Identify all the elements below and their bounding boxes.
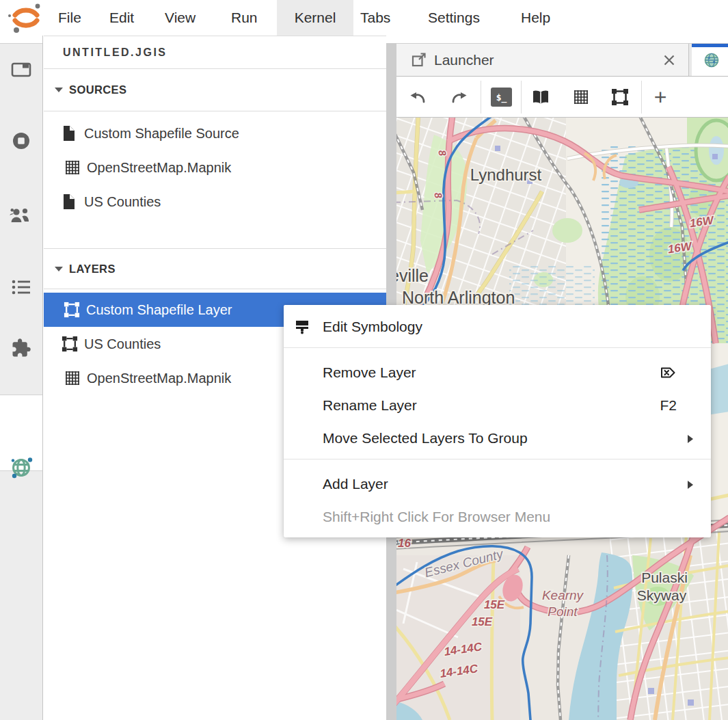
panel-title: UNTITLED.JGIS — [44, 36, 386, 69]
activity-bar-bottom-group — [0, 470, 42, 720]
plus-icon: + — [654, 77, 667, 118]
menu-help[interactable]: Help — [521, 0, 550, 36]
vector-square-icon — [64, 302, 80, 318]
undo-button[interactable] — [409, 77, 427, 118]
caret-down-icon — [55, 88, 63, 92]
grid-icon — [573, 89, 589, 105]
launcher-icon — [411, 52, 427, 68]
tab-jgis-document[interactable] — [692, 44, 728, 76]
menu-separator — [284, 347, 711, 348]
menu-kernel[interactable]: Kernel — [277, 0, 353, 36]
stop-circle-icon — [12, 131, 31, 150]
active-tab-accent — [692, 44, 728, 47]
map-label-belleville: eville — [396, 266, 429, 285]
shortcut-label: F2 — [660, 389, 677, 422]
caret-down-icon — [55, 267, 63, 271]
identify-button[interactable] — [531, 77, 550, 118]
submenu-arrow-icon — [688, 481, 693, 489]
menu-file[interactable]: File — [58, 0, 81, 36]
raster-grid-icon — [64, 159, 81, 176]
road-shield: 15E — [472, 615, 493, 628]
temporal-controller-button[interactable] — [573, 77, 589, 118]
source-item-custom-shapefile[interactable]: Custom Shapefile Source — [44, 116, 386, 150]
close-icon[interactable] — [661, 52, 677, 68]
toolbar-separator — [521, 81, 522, 114]
undo-icon — [409, 90, 427, 105]
globe-image-icon — [704, 53, 719, 68]
context-menu-item-edit-symbology[interactable]: Edit Symbology — [284, 310, 711, 343]
file-icon — [62, 194, 78, 210]
list-icon — [11, 278, 31, 296]
activity-bar — [0, 36, 43, 720]
menu-settings[interactable]: Settings — [428, 0, 480, 36]
context-menu-item-add-layer[interactable]: Add Layer — [284, 468, 711, 501]
layer-context-menu: Edit Symbology Remove Layer Rename Layer… — [284, 305, 711, 537]
source-item-osm-mapnik[interactable]: OpenStreetMap.Mapnik — [44, 150, 386, 185]
road-shield: 16 — [398, 537, 411, 550]
toolbar-separator — [481, 81, 481, 114]
sources-section-header[interactable]: SOURCES — [44, 69, 386, 111]
sidebar-tab-file-browser[interactable] — [0, 60, 42, 79]
context-menu-item-remove-layer[interactable]: Remove Layer — [284, 356, 711, 389]
source-item-us-counties[interactable]: US Counties — [44, 185, 386, 219]
folder-icon — [10, 60, 32, 79]
map-label-lyndhurst: Lyndhurst — [470, 165, 542, 184]
map-label-pulaski-1: Pulaski — [641, 570, 688, 585]
sidebar-tab-jupytergis[interactable] — [0, 454, 42, 481]
jupytergis-window: File Edit View Run Kernel Tabs Settings … — [0, 0, 728, 720]
menu-separator — [284, 459, 711, 459]
sidebar-tab-extensions[interactable] — [0, 338, 42, 358]
map-toolbar: $_ + — [396, 77, 728, 118]
map-label-kearny-1: Kearny — [542, 588, 584, 602]
road-shield: 15E — [484, 598, 505, 611]
context-menu-item-rename-layer[interactable]: Rename Layer F2 — [284, 389, 711, 422]
terminal-button[interactable]: $_ — [491, 77, 512, 118]
menu-edit[interactable]: Edit — [109, 0, 134, 36]
tab-launcher[interactable]: Launcher — [396, 44, 689, 76]
sidebar-tab-table-of-contents[interactable] — [0, 278, 42, 296]
menu-tabs[interactable]: Tabs — [360, 0, 390, 36]
dock-tab-bar: Launcher — [396, 43, 728, 77]
sidebar-tab-running-kernels[interactable] — [0, 131, 42, 150]
open-book-icon — [531, 89, 550, 105]
map-label-kearny-2: Point — [548, 604, 578, 619]
paint-brush-icon — [294, 319, 310, 335]
jupytergis-logo-icon — [7, 2, 45, 34]
tab-launcher-label: Launcher — [434, 52, 494, 68]
context-menu-item-move-to-group[interactable]: Move Selected Layers To Group — [284, 422, 711, 455]
file-icon — [62, 125, 78, 142]
raster-grid-icon — [64, 370, 81, 386]
menu-view[interactable]: View — [165, 0, 196, 36]
redo-icon — [450, 90, 468, 105]
vector-square-icon — [611, 88, 629, 106]
map-label-north-arlington: North Arlington — [402, 288, 515, 307]
remove-tag-icon — [660, 356, 677, 389]
submenu-arrow-icon — [688, 435, 693, 443]
vector-square-icon — [62, 336, 78, 352]
context-menu-item-browser-menu-hint: Shift+Right Click For Browser Menu — [284, 501, 711, 533]
sidebar-tab-collaboration[interactable] — [0, 206, 42, 224]
map-label-pulaski-2: Skyway — [637, 587, 687, 603]
add-button[interactable]: + — [651, 77, 670, 118]
users-icon — [10, 206, 33, 224]
menu-run[interactable]: Run — [231, 0, 258, 36]
terminal-icon: $_ — [491, 88, 512, 107]
redo-button[interactable] — [450, 77, 468, 118]
puzzle-icon — [11, 338, 31, 358]
globe-icon — [8, 454, 35, 481]
select-features-button[interactable] — [611, 77, 629, 118]
menu-bar: File Edit View Run Kernel Tabs Settings … — [0, 0, 728, 36]
layers-section-header[interactable]: LAYERS — [44, 248, 386, 289]
toolbar-separator — [641, 81, 642, 114]
